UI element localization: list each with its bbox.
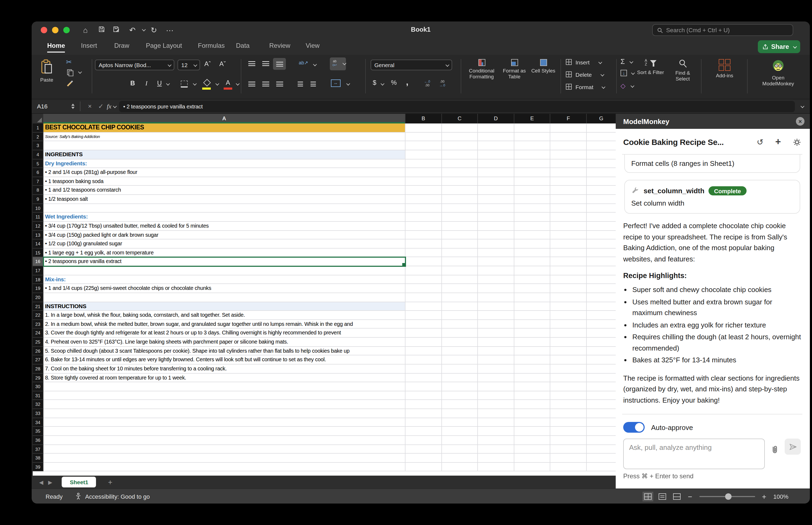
find-select-button[interactable]: Find & Select [669,55,697,81]
cell-C20[interactable] [442,293,478,302]
grow-font-button[interactable]: Aˆ [204,60,211,68]
column-header-G[interactable]: G [587,114,616,123]
cell-B27[interactable] [405,356,442,364]
cell-G38[interactable] [587,454,616,463]
cell-G15[interactable] [587,249,616,257]
cell-F13[interactable] [550,230,587,239]
cell-A29[interactable]: 8. Store tightly covered at room tempera… [44,373,405,382]
cell-C3[interactable] [442,141,478,150]
cell-C28[interactable] [442,364,478,373]
cell-B37[interactable] [405,445,442,454]
cell-E3[interactable] [514,141,550,150]
conditional-formatting-button[interactable]: Conditional Formatting [465,55,498,79]
cell-D36[interactable] [478,436,514,445]
cell-F18[interactable] [550,275,587,284]
row-header-22[interactable]: 22 [33,311,44,320]
increase-indent-icon[interactable] [311,81,316,87]
cell-B31[interactable] [405,391,442,400]
cell-G34[interactable] [587,418,616,427]
formula-bar-expand-icon[interactable] [800,104,804,108]
cell-B14[interactable] [405,239,442,248]
auto-approve-toggle[interactable] [623,422,645,433]
cell-G21[interactable] [587,302,616,311]
tool-card-set-column-width[interactable]: set_column_width Complete Set column wid… [624,180,800,214]
column-header-D[interactable]: D [478,114,514,123]
row-header-30[interactable]: 30 [33,382,44,391]
cell-E39[interactable] [514,463,550,471]
cell-A22[interactable]: 1. In a large bowl, whisk the flour, bak… [44,311,405,320]
cell-B24[interactable] [405,329,442,338]
cell-G3[interactable] [587,141,616,150]
cell-C27[interactable] [442,356,478,364]
cell-F32[interactable] [550,400,587,409]
cell-D2[interactable] [478,132,514,141]
cell-C25[interactable] [442,338,478,346]
cell-B32[interactable] [405,400,442,409]
cell-C9[interactable] [442,195,478,204]
cell-C16[interactable] [442,257,478,266]
cell-B29[interactable] [405,373,442,382]
cell-A3[interactable] [44,141,405,150]
cell-F29[interactable] [550,373,587,382]
cell-E9[interactable] [514,195,550,204]
settings-gear-icon[interactable] [793,138,801,146]
cell-A39[interactable] [44,463,405,471]
zoom-in-button[interactable]: + [762,492,766,501]
cell-A32[interactable] [44,400,405,409]
number-format-select[interactable]: General [371,60,452,70]
cell-A31[interactable] [44,391,405,400]
cell-C14[interactable] [442,239,478,248]
row-header-38[interactable]: 38 [33,454,44,463]
currency-chevron-icon[interactable] [380,82,384,86]
cell-C17[interactable] [442,266,478,275]
cell-styles-button[interactable]: Cell Styles [530,55,556,74]
cell-B21[interactable] [405,302,442,311]
cell-A6[interactable]: • 2 and 1/4 cups (281g) all-purpose flou… [44,168,405,177]
shrink-font-button[interactable]: Aˇ [219,60,226,68]
cell-E29[interactable] [514,373,550,382]
row-header-32[interactable]: 32 [33,400,44,409]
cell-D10[interactable] [478,204,514,213]
cell-C34[interactable] [442,418,478,427]
cell-E6[interactable] [514,168,550,177]
cell-F34[interactable] [550,418,587,427]
cell-F21[interactable] [550,302,587,311]
cut-icon[interactable]: ✂ [66,58,72,66]
cell-D22[interactable] [478,311,514,320]
close-panel-icon[interactable]: × [796,117,805,125]
cell-F2[interactable] [550,132,587,141]
cell-C5[interactable] [442,159,478,168]
cell-A30[interactable] [44,382,405,391]
cell-A24[interactable]: 3. Cover the dough tightly and refrigera… [44,329,405,338]
add-ins-button[interactable]: Add-ins [709,55,739,78]
autosum-button[interactable]: Σ [621,57,625,65]
cell-G11[interactable] [587,213,616,222]
cell-E19[interactable] [514,284,550,293]
cell-C10[interactable] [442,204,478,213]
cell-D38[interactable] [478,454,514,463]
cell-C6[interactable] [442,168,478,177]
cell-G16[interactable] [587,257,616,266]
cell-D18[interactable] [478,275,514,284]
cell-A37[interactable] [44,445,405,454]
clear-button[interactable]: ◇ [621,82,625,90]
fill-color-chevron-icon[interactable] [215,82,219,86]
cell-G4[interactable] [587,150,616,159]
cell-G30[interactable] [587,382,616,391]
align-left-icon[interactable] [248,81,255,87]
cell-C29[interactable] [442,373,478,382]
cell-C15[interactable] [442,249,478,257]
align-right-icon[interactable] [276,81,283,87]
cell-B3[interactable] [405,141,442,150]
cell-B1[interactable] [405,123,442,132]
row-header-34[interactable]: 34 [33,418,44,427]
cell-C24[interactable] [442,329,478,338]
cell-C30[interactable] [442,382,478,391]
italic-button[interactable]: I [145,79,147,88]
cell-D39[interactable] [478,463,514,471]
row-header-14[interactable]: 14 [33,239,44,248]
cell-G2[interactable] [587,132,616,141]
row-header-16[interactable]: 16 [33,257,44,266]
cell-A4[interactable]: INGREDIENTS [44,150,405,159]
cell-E17[interactable] [514,266,550,275]
